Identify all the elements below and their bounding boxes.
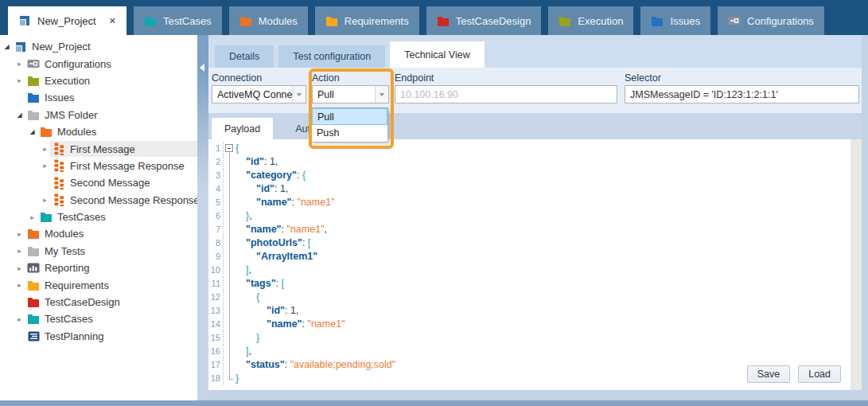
- tree-expand-arrow[interactable]: ▸: [14, 247, 25, 255]
- tree-item-modules[interactable]: ◢Modules: [0, 123, 197, 140]
- connection-combobox[interactable]: ActiveMQ Conne: [212, 85, 306, 103]
- code-line: 4"id": 1,: [208, 182, 862, 196]
- code-text: ],: [235, 264, 251, 277]
- app-tab-modules[interactable]: Modules: [229, 6, 308, 35]
- scrollbar-track[interactable]: [850, 139, 862, 390]
- tree-expand-arrow[interactable]: ◢: [2, 43, 12, 50]
- tree-item-label: Reporting: [45, 262, 89, 274]
- code-editor[interactable]: 1{2"id": 1,3"category": {4"id": 1,5"name…: [208, 139, 862, 390]
- tree-item-label: Second Message Response: [70, 194, 197, 206]
- tree-item-content[interactable]: Second Message: [50, 175, 197, 191]
- connection-field: Connection ActiveMQ Conne: [212, 68, 306, 113]
- tree-expand-arrow[interactable]: ▸: [14, 60, 25, 68]
- tree-item-testcasedesign[interactable]: TestCaseDesign: [0, 294, 197, 310]
- tab-payload[interactable]: Payload: [212, 118, 273, 139]
- tab-details[interactable]: Details: [215, 45, 274, 68]
- app-tab-label: TestCaseDesign: [456, 15, 531, 27]
- collapse-toggle-icon[interactable]: [225, 144, 233, 152]
- tree-item-my-tests[interactable]: ▸My Tests: [0, 243, 197, 260]
- tree-item-content[interactable]: Configurations: [25, 57, 197, 72]
- tree-item-content[interactable]: Execution: [25, 73, 197, 88]
- close-icon[interactable]: ✕: [109, 16, 116, 26]
- collapse-arrow-icon[interactable]: [200, 64, 204, 72]
- code-text: "status": "available;pending;sold": [235, 358, 395, 372]
- action-field: Action Pull: [312, 68, 389, 113]
- tree-expand-arrow[interactable]: ▸: [14, 315, 25, 323]
- tree-item-jms-folder[interactable]: ◢JMS Folder: [0, 107, 197, 123]
- tree-item-new-project[interactable]: ◢New_Project: [0, 38, 197, 55]
- app-tab-issues[interactable]: Issues: [640, 6, 710, 35]
- tree-item-content[interactable]: JMS Folder: [25, 107, 197, 123]
- tree-item-content[interactable]: TestPlanning: [25, 329, 197, 344]
- tree-item-configurations[interactable]: ▸Configurations: [0, 55, 197, 72]
- tree-expand-arrow[interactable]: ▸: [14, 76, 25, 84]
- line-number: 11: [208, 277, 224, 291]
- tree-item-first-message[interactable]: ▸First Message: [0, 140, 197, 157]
- tree-item-testplanning[interactable]: TestPlanning: [0, 328, 197, 345]
- tree-item-label: TestPlanning: [45, 330, 103, 342]
- module-icon: [53, 177, 65, 189]
- tree-item-content[interactable]: First Message: [50, 141, 197, 157]
- app-tab-testcasedesign[interactable]: TestCaseDesign: [426, 6, 542, 35]
- app-tab-new-project[interactable]: New_Project✕: [8, 6, 127, 35]
- tree-item-content[interactable]: TestCaseDesign: [25, 295, 197, 310]
- tab-bar: New_Project✕TestCasesModulesRequirements…: [0, 0, 868, 35]
- tree-item-second-message[interactable]: Second Message: [0, 174, 197, 191]
- tab-technical-view[interactable]: Technical View: [390, 41, 484, 68]
- tree-item-label: Second Message: [70, 177, 150, 189]
- tree-expand-arrow[interactable]: ◢: [27, 128, 37, 135]
- tree-expand-arrow[interactable]: ▸: [40, 162, 50, 170]
- folder-gray: [27, 246, 40, 256]
- app-tab-execution[interactable]: Execution: [548, 6, 633, 35]
- tree-item-execution[interactable]: ▸Execution: [0, 72, 197, 89]
- project-icon: [18, 14, 31, 27]
- selector-input[interactable]: [625, 85, 859, 103]
- tree-item-content[interactable]: Issues: [25, 90, 197, 105]
- chevron-down-icon[interactable]: [292, 86, 306, 103]
- save-button[interactable]: Save: [747, 365, 791, 383]
- tree-expand-arrow[interactable]: ▸: [27, 213, 37, 221]
- code-text: "name": "name1": [235, 196, 335, 209]
- endpoint-input[interactable]: [395, 85, 617, 103]
- tree-item-content[interactable]: TestCases: [37, 209, 197, 224]
- load-button[interactable]: Load: [798, 365, 841, 383]
- tree-item-issues[interactable]: Issues: [0, 89, 197, 106]
- code-line: 9"ArrayItem1": [208, 250, 862, 264]
- line-number: 18: [208, 372, 224, 385]
- tab-test-configuration[interactable]: Test configuration: [278, 45, 385, 68]
- chevron-down-icon[interactable]: [375, 86, 388, 103]
- tree-expand-arrow[interactable]: ▸: [14, 230, 25, 238]
- tree-item-content[interactable]: My Tests: [25, 244, 197, 259]
- tree-item-reporting[interactable]: ▸Reporting: [0, 260, 197, 276]
- tree-item-first-message-response[interactable]: ▸First Message Response: [0, 158, 197, 174]
- tree-expand-arrow[interactable]: ▸: [40, 196, 50, 204]
- line-number: 2: [208, 155, 224, 169]
- action-combobox[interactable]: Pull: [312, 85, 389, 103]
- tree-expand-arrow[interactable]: ◢: [14, 111, 25, 119]
- tree-expand-arrow[interactable]: ▸: [40, 145, 50, 153]
- tree-expand-arrow[interactable]: ▸: [14, 264, 25, 272]
- dropdown-option-push[interactable]: Push: [312, 125, 387, 142]
- tree-item-testcases[interactable]: ▸TestCases: [0, 310, 197, 327]
- app-tab-testcases[interactable]: TestCases: [134, 6, 222, 35]
- tree-item-content[interactable]: First Message Response: [50, 158, 197, 174]
- tree-item-content[interactable]: Requirements: [25, 278, 197, 293]
- tree-item-content[interactable]: TestCases: [25, 311, 197, 326]
- app-tab-configurations[interactable]: Configurations: [718, 6, 824, 35]
- tree-item-content[interactable]: Modules: [25, 226, 197, 241]
- tree-item-content[interactable]: Reporting: [25, 260, 197, 275]
- tree-expand-arrow[interactable]: ▸: [14, 281, 25, 289]
- app-tab-requirements[interactable]: Requirements: [315, 6, 419, 35]
- sidebar-splitter[interactable]: [197, 35, 208, 400]
- tree-item-content[interactable]: Modules: [37, 124, 197, 139]
- tree-item-modules[interactable]: ▸Modules: [0, 225, 197, 242]
- tree-item-second-message-response[interactable]: ▸Second Message Response: [0, 192, 197, 209]
- tree-item-testcases[interactable]: ▸TestCases: [0, 209, 197, 225]
- tree-item-content[interactable]: New_Project: [12, 39, 197, 55]
- view-tabs: DetailsTest configurationTechnical View: [208, 35, 862, 68]
- guide-column: [224, 277, 235, 291]
- dropdown-option-pull[interactable]: Pull: [312, 108, 387, 125]
- tree-item-requirements[interactable]: ▸Requirements: [0, 276, 197, 293]
- tree-item-content[interactable]: Second Message Response: [50, 192, 197, 208]
- configurations-icon: [27, 59, 40, 68]
